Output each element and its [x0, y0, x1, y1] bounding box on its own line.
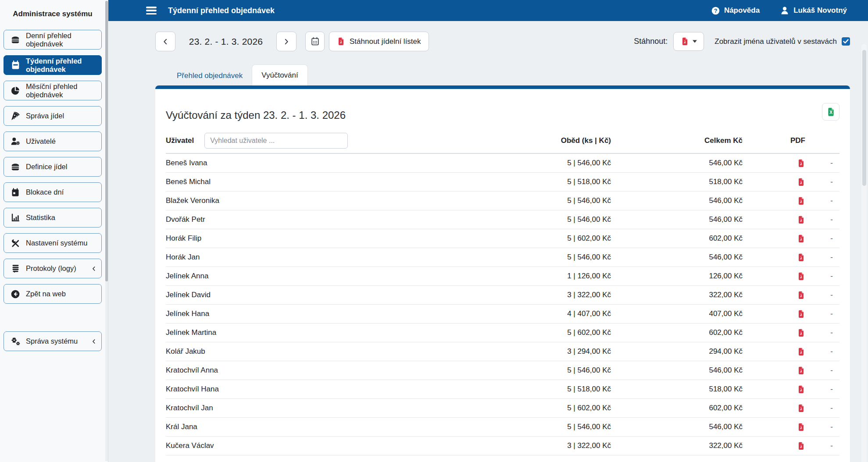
- user-name-cell: Král Jana: [166, 423, 471, 431]
- billing-table: Uživatel Oběd (ks | Kč) Celkem Kč PDF: [166, 133, 839, 455]
- total-cell: 546,00 Kč: [611, 366, 743, 375]
- total-cell: 518,00 Kč: [611, 178, 743, 186]
- sidebar-scrollbar[interactable]: [105, 1, 108, 461]
- content-area: 23. 2. - 1. 3. 2026 Stáhnout jídelní lís…: [108, 21, 868, 462]
- sidebar-item-uzivatele[interactable]: Uživatelé: [4, 131, 102, 151]
- sidebar-item-label: Statistika: [26, 213, 55, 222]
- chevron-left-icon: [91, 266, 97, 272]
- sidebar-item-label: Správa jídel: [26, 112, 64, 120]
- dash-cell: -: [824, 272, 839, 281]
- pdf-file-icon: [337, 37, 345, 46]
- column-header-user: Uživatel: [166, 136, 194, 145]
- row-pdf-download-icon[interactable]: [797, 178, 805, 186]
- row-pdf-download-icon[interactable]: [797, 366, 805, 375]
- total-cell: 407,00 Kč: [611, 309, 743, 318]
- user-menu[interactable]: Lukáš Novotný: [780, 6, 847, 15]
- sidebar-item-tydenni-prehled[interactable]: Týdenní přehled objednávek: [4, 55, 102, 75]
- content-scrollbar-thumb[interactable]: [862, 50, 866, 186]
- search-input[interactable]: [204, 133, 348, 149]
- calendar-picker-button[interactable]: [305, 32, 325, 51]
- next-week-button[interactable]: [276, 32, 296, 51]
- lunch-cell: 5 | 546,00 Kč: [471, 423, 611, 431]
- sidebar-title: Administrace systému: [4, 10, 102, 18]
- sidebar-item-statistika[interactable]: Statistika: [4, 208, 102, 227]
- table-row: Kratochvíl Jan 5 | 602,00 Kč 602,00 Kč -: [166, 399, 839, 418]
- tools-icon: [11, 238, 20, 248]
- pizza-icon: [11, 111, 20, 121]
- row-pdf-download-icon[interactable]: [797, 423, 805, 431]
- burger-icon: [11, 35, 20, 45]
- sidebar-item-mesicni-prehled[interactable]: Měsíční přehled objednávek: [4, 81, 102, 100]
- sidebar-item-label: Definice jídel: [26, 163, 67, 171]
- row-pdf-download-icon[interactable]: [797, 310, 805, 318]
- chevron-left-icon: [91, 338, 97, 345]
- tab-bar: Přehled objednávek Vyúčtování: [155, 64, 850, 85]
- total-cell: 126,00 Kč: [611, 272, 743, 281]
- download-menu-button[interactable]: Stáhnout jídelní lístek: [329, 32, 429, 51]
- sidebar-item-nastaveni-systemu[interactable]: Nastavení systému: [4, 233, 102, 253]
- content-scrollbar[interactable]: [861, 44, 867, 462]
- row-pdf-download-icon[interactable]: [797, 329, 805, 337]
- sidebar-item-sprava-jidel[interactable]: Správa jídel: [4, 106, 102, 126]
- dash-cell: -: [824, 385, 839, 394]
- user-name-cell: Horák Filip: [166, 234, 471, 243]
- row-pdf-download-icon[interactable]: [797, 385, 805, 394]
- lunch-cell: 5 | 602,00 Kč: [471, 234, 611, 243]
- user-name-cell: Kratochvíl Hana: [166, 385, 471, 394]
- previous-week-button[interactable]: [155, 32, 175, 51]
- row-pdf-download-icon[interactable]: [797, 159, 805, 167]
- sidebar-item-label: Nastavení systému: [26, 239, 87, 247]
- export-excel-button[interactable]: [822, 103, 839, 121]
- sidebar-item-blokace-dni[interactable]: Blokace dní: [4, 182, 102, 202]
- hamburger-menu-icon[interactable]: [146, 7, 157, 14]
- tab-vyuctovani[interactable]: Vyúčtování: [252, 64, 307, 85]
- row-pdf-download-icon[interactable]: [797, 348, 805, 356]
- user-name-cell: Kolář Jakub: [166, 347, 471, 356]
- row-pdf-download-icon[interactable]: [797, 235, 805, 243]
- show-names-checkbox[interactable]: [842, 37, 850, 46]
- table-row: Beneš Michal 5 | 518,00 Kč 518,00 Kč -: [166, 173, 839, 192]
- row-pdf-download-icon[interactable]: [797, 404, 805, 412]
- row-pdf-download-icon[interactable]: [797, 216, 805, 224]
- sidebar-item-denni-prehled[interactable]: Denní přehled objednávek: [4, 30, 102, 50]
- sidebar-item-sprava-systemu[interactable]: Správa systému: [4, 331, 102, 351]
- lunch-cell: 3 | 322,00 Kč: [471, 291, 611, 299]
- help-button[interactable]: Nápověda: [711, 6, 760, 15]
- user-name-cell: Blažek Veronika: [166, 196, 471, 205]
- lunch-cell: 4 | 407,00 Kč: [471, 309, 611, 318]
- page-title: Týdenní přehled objednávek: [168, 6, 275, 15]
- dash-cell: -: [824, 328, 839, 337]
- calendar-week-icon: [11, 60, 20, 70]
- row-pdf-download-icon[interactable]: [797, 272, 805, 281]
- dash-cell: -: [824, 291, 839, 299]
- calendar-day-icon: [11, 188, 20, 197]
- table-row: Kolář Jakub 3 | 294,00 Kč 294,00 Kč -: [166, 342, 839, 361]
- help-label: Nápověda: [724, 6, 760, 15]
- dash-cell: -: [824, 366, 839, 375]
- table-row: Král Jana 5 | 546,00 Kč 546,00 Kč -: [166, 418, 839, 437]
- table-row: Kratochvíl Hana 5 | 518,00 Kč 518,00 Kč …: [166, 380, 839, 399]
- row-pdf-download-icon[interactable]: [797, 253, 805, 262]
- tab-prehled-objednavek[interactable]: Přehled objednávek: [168, 66, 252, 85]
- sidebar-item-definice-jidel[interactable]: Definice jídel: [4, 157, 102, 177]
- row-pdf-download-icon[interactable]: [797, 291, 805, 299]
- download-format-dropdown[interactable]: [673, 32, 704, 51]
- sidebar-scrollbar-thumb[interactable]: [105, 1, 108, 281]
- dash-cell: -: [824, 196, 839, 205]
- pdf-file-icon: [681, 37, 689, 46]
- sidebar-item-protokoly[interactable]: Protokoly (logy): [4, 259, 102, 278]
- user-name-cell: Horák Jan: [166, 253, 471, 262]
- dash-cell: -: [824, 423, 839, 431]
- show-names-label: Zobrazit jména uživatelů v sestavách: [714, 37, 837, 46]
- user-name-cell: Jelínek Anna: [166, 272, 471, 281]
- total-cell: 546,00 Kč: [611, 253, 743, 262]
- user-name-cell: Jelínek Hana: [166, 309, 471, 318]
- caret-down-icon: [693, 40, 697, 43]
- row-pdf-download-icon[interactable]: [797, 197, 805, 205]
- total-cell: 602,00 Kč: [611, 404, 743, 412]
- sidebar-item-zpet-na-web[interactable]: Zpět na web: [4, 284, 102, 304]
- user-name: Lukáš Novotný: [793, 6, 847, 15]
- table-row: Beneš Ivana 5 | 546,00 Kč 546,00 Kč -: [166, 154, 839, 173]
- total-cell: 602,00 Kč: [611, 234, 743, 243]
- row-pdf-download-icon[interactable]: [797, 442, 805, 450]
